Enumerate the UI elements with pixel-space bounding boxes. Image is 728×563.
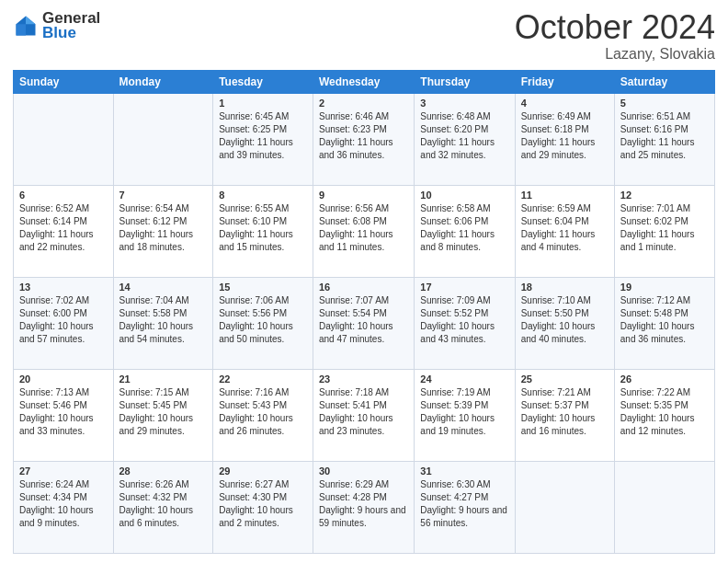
day-number: 30 <box>319 465 408 477</box>
location: Lazany, Slovakia <box>515 46 715 63</box>
sunrise-text: Sunrise: 7:12 AM <box>620 294 709 307</box>
sunrise-text: Sunrise: 7:04 AM <box>119 294 208 307</box>
sunrise-text: Sunrise: 6:55 AM <box>219 202 307 215</box>
day-cell: 17Sunrise: 7:09 AMSunset: 5:52 PMDayligh… <box>415 277 515 369</box>
day-number: 10 <box>420 190 508 201</box>
day-cell: 24Sunrise: 7:19 AMSunset: 5:39 PMDayligh… <box>415 369 515 461</box>
day-number: 29 <box>219 465 307 477</box>
day-number: 24 <box>420 373 508 385</box>
day-number: 8 <box>219 190 307 201</box>
sunrise-text: Sunrise: 7:19 AM <box>420 386 508 399</box>
daylight-text: Daylight: 10 hours and 23 minutes. <box>319 412 408 438</box>
daylight-text: Daylight: 9 hours and 59 minutes. <box>319 504 408 530</box>
sunrise-text: Sunrise: 6:29 AM <box>319 478 408 491</box>
day-cell: 16Sunrise: 7:07 AMSunset: 5:54 PMDayligh… <box>313 277 415 369</box>
daylight-text: Daylight: 11 hours and 15 minutes. <box>219 228 307 254</box>
day-cell: 30Sunrise: 6:29 AMSunset: 4:28 PMDayligh… <box>313 461 415 553</box>
day-number: 19 <box>620 282 709 293</box>
day-cell: 18Sunrise: 7:10 AMSunset: 5:50 PMDayligh… <box>515 277 614 369</box>
day-cell: 4Sunrise: 6:49 AMSunset: 6:18 PMDaylight… <box>515 93 614 185</box>
daylight-text: Daylight: 11 hours and 32 minutes. <box>420 136 508 162</box>
daylight-text: Daylight: 11 hours and 4 minutes. <box>521 228 609 254</box>
day-cell: 7Sunrise: 6:54 AMSunset: 6:12 PMDaylight… <box>113 185 213 277</box>
sunrise-text: Sunrise: 6:30 AM <box>420 478 508 491</box>
sunset-text: Sunset: 4:32 PM <box>119 491 208 504</box>
col-thursday: Thursday <box>415 70 515 93</box>
daylight-text: Daylight: 10 hours and 16 minutes. <box>521 412 609 438</box>
sunset-text: Sunset: 6:16 PM <box>620 123 709 136</box>
sunset-text: Sunset: 6:04 PM <box>521 215 609 228</box>
header-row: Sunday Monday Tuesday Wednesday Thursday… <box>14 70 715 93</box>
sunset-text: Sunset: 5:52 PM <box>420 307 508 320</box>
day-cell: 14Sunrise: 7:04 AMSunset: 5:58 PMDayligh… <box>113 277 213 369</box>
day-number: 11 <box>521 190 609 201</box>
day-number: 31 <box>420 465 508 477</box>
title-block: October 2024 Lazany, Slovakia <box>515 9 715 63</box>
daylight-text: Daylight: 10 hours and 19 minutes. <box>420 412 508 438</box>
day-number: 13 <box>19 282 108 293</box>
day-cell <box>113 93 213 185</box>
sunrise-text: Sunrise: 7:22 AM <box>620 386 709 399</box>
daylight-text: Daylight: 11 hours and 25 minutes. <box>620 136 709 162</box>
sunset-text: Sunset: 6:23 PM <box>319 123 408 136</box>
day-number: 26 <box>620 373 709 385</box>
col-sunday: Sunday <box>14 70 114 93</box>
day-cell: 27Sunrise: 6:24 AMSunset: 4:34 PMDayligh… <box>14 461 114 553</box>
day-number: 21 <box>119 373 208 385</box>
day-cell: 9Sunrise: 6:56 AMSunset: 6:08 PMDaylight… <box>313 185 415 277</box>
sunset-text: Sunset: 4:34 PM <box>19 491 108 504</box>
day-number: 1 <box>219 98 307 109</box>
day-number: 6 <box>19 190 108 201</box>
sunset-text: Sunset: 6:08 PM <box>319 215 408 228</box>
month-title: October 2024 <box>515 9 715 46</box>
day-cell: 8Sunrise: 6:55 AMSunset: 6:10 PMDaylight… <box>213 185 313 277</box>
day-cell: 21Sunrise: 7:15 AMSunset: 5:45 PMDayligh… <box>113 369 213 461</box>
sunset-text: Sunset: 6:10 PM <box>219 215 307 228</box>
sunset-text: Sunset: 5:45 PM <box>119 399 208 412</box>
daylight-text: Daylight: 11 hours and 8 minutes. <box>420 228 508 254</box>
sunrise-text: Sunrise: 6:59 AM <box>521 202 609 215</box>
sunset-text: Sunset: 6:14 PM <box>19 215 108 228</box>
daylight-text: Daylight: 10 hours and 2 minutes. <box>219 504 307 530</box>
sunrise-text: Sunrise: 6:45 AM <box>219 110 307 123</box>
daylight-text: Daylight: 10 hours and 6 minutes. <box>119 504 208 530</box>
daylight-text: Daylight: 10 hours and 26 minutes. <box>219 412 307 438</box>
sunrise-text: Sunrise: 7:13 AM <box>19 386 108 399</box>
sunrise-text: Sunrise: 6:27 AM <box>219 478 307 491</box>
day-cell: 31Sunrise: 6:30 AMSunset: 4:27 PMDayligh… <box>415 461 515 553</box>
daylight-text: Daylight: 10 hours and 29 minutes. <box>119 412 208 438</box>
sunset-text: Sunset: 5:35 PM <box>620 399 709 412</box>
day-number: 15 <box>219 282 307 293</box>
daylight-text: Daylight: 10 hours and 36 minutes. <box>620 320 709 346</box>
sunset-text: Sunset: 4:27 PM <box>420 491 508 504</box>
sunrise-text: Sunrise: 7:09 AM <box>420 294 508 307</box>
sunset-text: Sunset: 5:48 PM <box>620 307 709 320</box>
daylight-text: Daylight: 11 hours and 11 minutes. <box>319 228 408 254</box>
day-number: 9 <box>319 190 408 201</box>
week-row-3: 13Sunrise: 7:02 AMSunset: 6:00 PMDayligh… <box>14 277 715 369</box>
sunset-text: Sunset: 4:28 PM <box>319 491 408 504</box>
daylight-text: Daylight: 11 hours and 1 minute. <box>620 228 709 254</box>
sunrise-text: Sunrise: 7:21 AM <box>521 386 609 399</box>
day-number: 3 <box>420 98 508 109</box>
day-cell: 1Sunrise: 6:45 AMSunset: 6:25 PMDaylight… <box>213 93 313 185</box>
day-number: 27 <box>19 465 108 477</box>
week-row-2: 6Sunrise: 6:52 AMSunset: 6:14 PMDaylight… <box>14 185 715 277</box>
col-saturday: Saturday <box>614 70 714 93</box>
week-row-1: 1Sunrise: 6:45 AMSunset: 6:25 PMDaylight… <box>14 93 715 185</box>
day-cell: 11Sunrise: 6:59 AMSunset: 6:04 PMDayligh… <box>515 185 614 277</box>
sunrise-text: Sunrise: 7:15 AM <box>119 386 208 399</box>
day-number: 12 <box>620 190 709 201</box>
sunrise-text: Sunrise: 7:07 AM <box>319 294 408 307</box>
sunrise-text: Sunrise: 6:24 AM <box>19 478 108 491</box>
day-cell <box>515 461 614 553</box>
col-monday: Monday <box>113 70 213 93</box>
sunset-text: Sunset: 5:50 PM <box>521 307 609 320</box>
week-row-4: 20Sunrise: 7:13 AMSunset: 5:46 PMDayligh… <box>14 369 715 461</box>
day-cell: 20Sunrise: 7:13 AMSunset: 5:46 PMDayligh… <box>14 369 114 461</box>
day-cell: 13Sunrise: 7:02 AMSunset: 6:00 PMDayligh… <box>14 277 114 369</box>
sunset-text: Sunset: 6:20 PM <box>420 123 508 136</box>
daylight-text: Daylight: 10 hours and 40 minutes. <box>521 320 609 346</box>
sunset-text: Sunset: 5:54 PM <box>319 307 408 320</box>
day-cell: 2Sunrise: 6:46 AMSunset: 6:23 PMDaylight… <box>313 93 415 185</box>
